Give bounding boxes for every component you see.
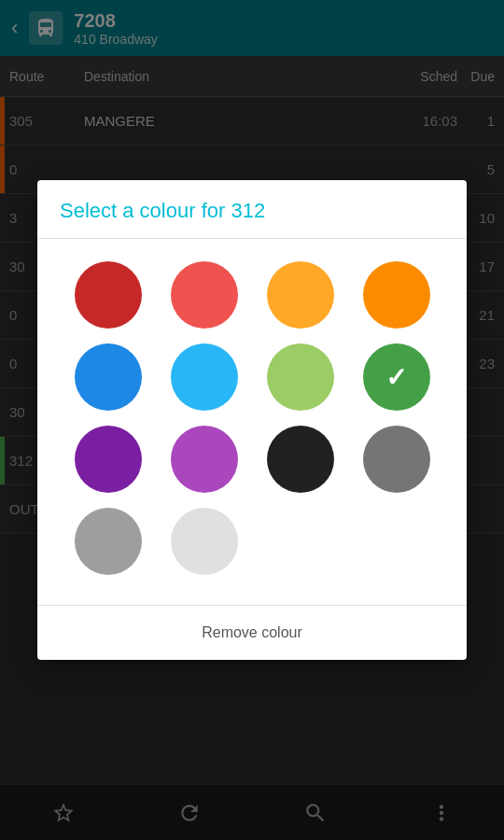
dialog-title: Select a colour for 312 <box>37 180 467 239</box>
checkmark-icon: ✓ <box>385 362 407 393</box>
dialog-action: Remove colour <box>37 606 467 660</box>
color-option-green-dark[interactable]: ✓ <box>363 343 430 411</box>
color-option-black[interactable]: ✓ <box>267 426 334 493</box>
color-grid: ✓✓✓✓✓✓✓✓✓✓✓✓✓✓ <box>67 261 437 575</box>
color-option-cyan[interactable]: ✓ <box>171 343 238 411</box>
color-option-orange-light[interactable]: ✓ <box>267 261 334 329</box>
color-option-purple-light[interactable]: ✓ <box>171 426 238 493</box>
color-option-blue-medium[interactable]: ✓ <box>75 343 142 411</box>
color-option-gray-medium[interactable]: ✓ <box>75 508 142 575</box>
remove-colour-button[interactable]: Remove colour <box>60 621 444 645</box>
color-option-gray-dark[interactable]: ✓ <box>363 426 430 493</box>
color-option-red-light[interactable]: ✓ <box>171 261 238 329</box>
dialog-content: ✓✓✓✓✓✓✓✓✓✓✓✓✓✓ <box>37 239 467 597</box>
color-option-red-dark[interactable]: ✓ <box>75 261 142 329</box>
color-option-gray-light[interactable]: ✓ <box>171 508 238 575</box>
color-option-green-lime[interactable]: ✓ <box>267 343 334 411</box>
dialog-overlay[interactable]: Select a colour for 312 ✓✓✓✓✓✓✓✓✓✓✓✓✓✓ R… <box>0 0 504 840</box>
color-dialog: Select a colour for 312 ✓✓✓✓✓✓✓✓✓✓✓✓✓✓ R… <box>37 180 467 660</box>
color-option-orange[interactable]: ✓ <box>363 261 430 329</box>
color-option-purple-dark[interactable]: ✓ <box>75 426 142 493</box>
